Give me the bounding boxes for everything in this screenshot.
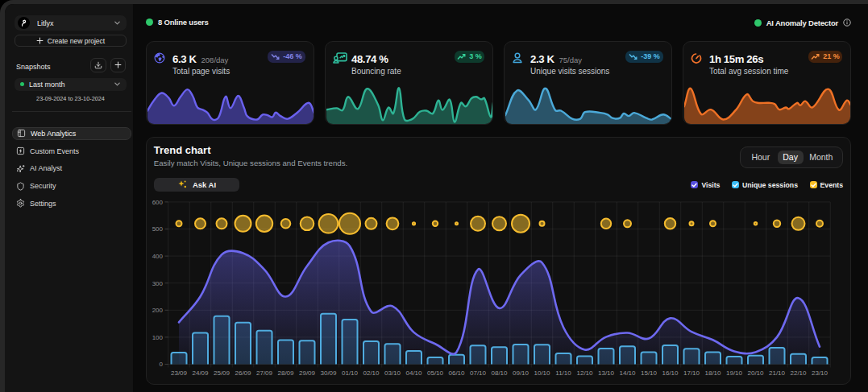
svg-text:20/10: 20/10 bbox=[747, 369, 764, 377]
svg-text:21/10: 21/10 bbox=[769, 369, 786, 377]
svg-text:17/10: 17/10 bbox=[683, 369, 700, 377]
svg-text:11/10: 11/10 bbox=[555, 369, 571, 377]
svg-text:23/10: 23/10 bbox=[812, 369, 829, 377]
svg-text:23/09: 23/09 bbox=[171, 369, 188, 377]
svg-text:28/09: 28/09 bbox=[277, 369, 294, 377]
svg-text:500: 500 bbox=[152, 225, 164, 233]
svg-text:600: 600 bbox=[152, 199, 164, 206]
svg-text:19/10: 19/10 bbox=[726, 369, 743, 377]
svg-text:400: 400 bbox=[152, 253, 164, 260]
svg-text:07/10: 07/10 bbox=[470, 369, 487, 377]
svg-text:100: 100 bbox=[152, 334, 164, 341]
svg-text:24/09: 24/09 bbox=[192, 369, 209, 377]
svg-text:12/10: 12/10 bbox=[576, 369, 593, 377]
svg-text:10/10: 10/10 bbox=[534, 369, 550, 377]
svg-text:26/09: 26/09 bbox=[235, 369, 251, 377]
svg-text:18/10: 18/10 bbox=[704, 369, 721, 377]
svg-text:06/10: 06/10 bbox=[448, 369, 465, 377]
svg-text:27/09: 27/09 bbox=[256, 369, 273, 377]
svg-text:04/10: 04/10 bbox=[405, 369, 422, 377]
svg-text:08/10: 08/10 bbox=[491, 369, 508, 377]
svg-text:29/09: 29/09 bbox=[299, 369, 316, 377]
svg-text:09/10: 09/10 bbox=[513, 369, 530, 377]
svg-text:22/10: 22/10 bbox=[790, 369, 807, 377]
svg-text:30/09: 30/09 bbox=[320, 369, 337, 377]
svg-text:05/10: 05/10 bbox=[427, 369, 444, 377]
svg-text:03/10: 03/10 bbox=[384, 369, 401, 377]
svg-text:14/10: 14/10 bbox=[619, 369, 636, 377]
svg-text:15/10: 15/10 bbox=[641, 369, 658, 377]
svg-text:02/10: 02/10 bbox=[363, 369, 380, 377]
svg-text:25/09: 25/09 bbox=[214, 369, 230, 377]
svg-text:13/10: 13/10 bbox=[598, 369, 615, 377]
svg-text:200: 200 bbox=[152, 307, 164, 314]
svg-text:16/10: 16/10 bbox=[662, 369, 679, 377]
svg-text:01/10: 01/10 bbox=[342, 369, 359, 377]
svg-text:300: 300 bbox=[152, 280, 164, 287]
svg-text:0: 0 bbox=[160, 361, 164, 368]
